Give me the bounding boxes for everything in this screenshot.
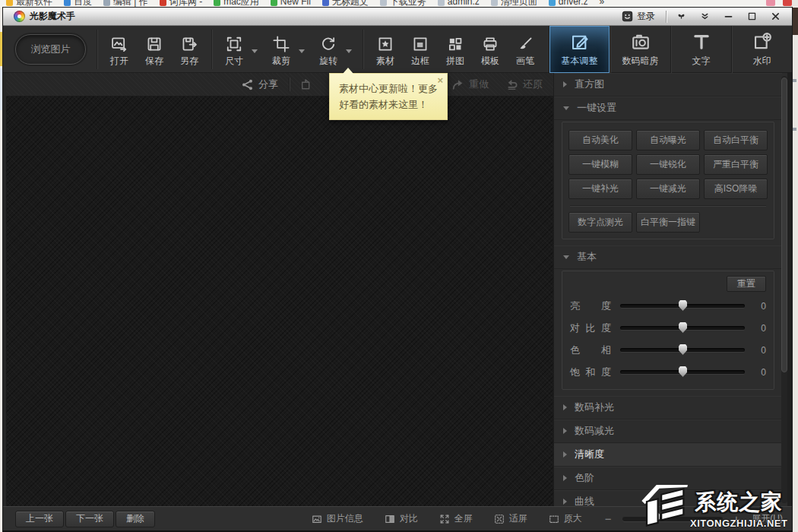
toolbar-button-crop[interactable]: 裁剪 (265, 36, 297, 68)
triangle-right-icon (563, 404, 567, 410)
browser-gift-icon[interactable] (766, 0, 775, 6)
browser-close-icon[interactable] (783, 0, 792, 6)
toolbar-button-brush[interactable]: 画笔 (509, 36, 541, 68)
compare-button[interactable]: 对比 (385, 512, 418, 525)
bookmark-baidu[interactable]: 百度 (64, 0, 92, 8)
section-clarity[interactable]: 清晰度 (554, 443, 782, 467)
toolbar-button-border[interactable]: 边框 (404, 36, 436, 68)
image-canvas[interactable] (6, 97, 553, 506)
mode-tab-strip: 基本调整数码暗房文字水印 (549, 26, 792, 73)
dropdown-arrow-icon[interactable] (252, 49, 258, 53)
tab-watermark[interactable]: 水印 (731, 26, 792, 73)
menu-button[interactable] (693, 8, 717, 25)
tab-digital-darkroom[interactable]: 数码暗房 (610, 26, 670, 73)
one-key-dim-light-button[interactable]: 一键减光 (636, 179, 700, 199)
minimize-button[interactable] (717, 8, 740, 25)
digital-spot-metering-button[interactable]: 数字点测光 (568, 212, 632, 233)
redo-button[interactable]: 重做 (451, 78, 489, 91)
zoom-slider-thumb[interactable] (651, 513, 660, 524)
hue-slider-thumb[interactable] (679, 344, 687, 355)
bookmark-mac-apps[interactable]: mac应用 (214, 0, 259, 8)
auto-enhance-button[interactable]: 自动美化 (568, 130, 632, 150)
previous-image-button[interactable]: 上一张 (15, 511, 64, 527)
restore-button[interactable]: 还原 (505, 78, 543, 91)
brightness-slider[interactable] (620, 304, 745, 308)
maximize-button[interactable] (740, 8, 764, 25)
tab-text[interactable]: 文字 (670, 26, 731, 73)
fullscreen-button[interactable]: 全屏 (439, 512, 473, 525)
bookmark-new-fil[interactable]: New Fil (271, 0, 311, 8)
section-histogram[interactable]: 直方图 (554, 73, 782, 97)
tooltip-close-icon[interactable]: × (437, 75, 443, 85)
section-digital-fill-light[interactable]: 数码补光 (554, 396, 782, 420)
section-title: 一键设置 (577, 101, 616, 115)
one-key-fill-light-button[interactable]: 一键补光 (568, 179, 632, 199)
section-one-key-settings[interactable]: 一键设置 (554, 97, 782, 120)
fit-screen-button[interactable]: 适屏 (494, 512, 527, 525)
basic-body: 重置 亮度0对比度0色相0饱和度0 (562, 271, 774, 390)
one-key-blur-button[interactable]: 一键模糊 (568, 154, 632, 175)
section-curves[interactable]: 曲线 (554, 490, 782, 506)
bookmark-driver-z[interactable]: driver.z (549, 0, 588, 8)
bookmark-cleanup-page[interactable]: 清理页面 (491, 0, 537, 8)
view-button-label: 适屏 (509, 512, 527, 525)
saturation-slider[interactable] (620, 370, 745, 374)
scrollbar-thumb[interactable] (781, 78, 787, 372)
browse-images-button[interactable]: 浏览图片 (15, 34, 86, 65)
bookmark-editor[interactable]: 编辑 | 作 (103, 0, 148, 8)
toolbar-button-save[interactable]: 保存 (138, 36, 170, 68)
bookmark-admin-z[interactable]: admin.z (438, 0, 480, 8)
toolbar-button-template[interactable]: 模板 (474, 36, 506, 68)
delete-image-button[interactable]: 删除 (116, 511, 155, 527)
panel-scrollbar[interactable] (781, 76, 787, 503)
contrast-slider-thumb[interactable] (679, 322, 687, 333)
toolbar-button-material[interactable]: 素材 (369, 36, 401, 68)
dropdown-arrow-icon[interactable] (299, 49, 305, 53)
zoom-in-button[interactable]: + (733, 513, 740, 524)
contrast-slider[interactable] (620, 326, 745, 330)
section-digital-dim-light[interactable]: 数码减光 (554, 420, 782, 443)
skin-button[interactable] (670, 8, 693, 25)
dropdown-arrow-icon[interactable] (346, 49, 352, 53)
bookmark-latest-software[interactable]: 最新软件 (6, 0, 52, 8)
high-iso-denoise-button[interactable]: 高ISO降噪 (704, 179, 768, 199)
next-image-button[interactable]: 下一张 (65, 511, 114, 527)
one-key-sharpen-button[interactable]: 一键锐化 (636, 154, 700, 175)
auto-exposure-button[interactable]: 自动曝光 (636, 130, 700, 150)
bookmark-untitled-doc[interactable]: 无标题文 (322, 0, 369, 8)
image-info-button[interactable]: 图片信息 (312, 512, 363, 525)
section-basic[interactable]: 基本 (554, 245, 782, 269)
toolbar-button-open[interactable]: 打开 (103, 36, 135, 68)
toolbar-button-save-as[interactable]: 另存 (173, 36, 205, 68)
actual-size-button[interactable]: 原大 (549, 512, 582, 525)
reset-button[interactable]: 重置 (727, 276, 766, 292)
resize-icon (226, 36, 242, 52)
toolbar-button-rotate[interactable]: 旋转 (312, 36, 344, 68)
share-button[interactable]: 分享 (241, 78, 278, 91)
expand-button[interactable]: 展开(U) (752, 512, 783, 525)
auto-white-balance-button[interactable]: 自动白平衡 (704, 130, 768, 150)
bookmark-favicon (160, 0, 166, 6)
toolbar-button-collage[interactable]: 拼图 (439, 36, 471, 68)
tooltip-line1: 素材中心更新啦！更多 (339, 81, 439, 97)
hue-slider[interactable] (620, 348, 745, 352)
bookmark-download-biz[interactable]: 下载业务 (380, 0, 426, 8)
bookmark-label: driver.z (559, 0, 588, 8)
login-button[interactable]: 登录 (614, 8, 663, 25)
bookmark-favicon (438, 0, 445, 6)
white-balance-one-key-button[interactable]: 白平衡一指键 (636, 212, 700, 233)
toolbar-button-resize[interactable]: 尺寸 (218, 36, 250, 68)
bottom-bar: 上一张下一张删除 图片信息对比全屏适屏原大 − + 展开(U) (3, 506, 792, 530)
zoom-out-button[interactable]: − (605, 513, 612, 524)
undo-button[interactable] (300, 78, 313, 91)
close-button[interactable] (764, 8, 787, 25)
severe-white-balance-button[interactable]: 严重白平衡 (704, 154, 768, 175)
tab-basic-adjust[interactable]: 基本调整 (549, 26, 610, 73)
brightness-slider-thumb[interactable] (679, 300, 687, 311)
toolbar-button-label: 保存 (145, 55, 163, 68)
saturation-slider-thumb[interactable] (679, 366, 687, 377)
zoom-slider[interactable] (622, 517, 723, 521)
bookmark-overflow[interactable]: » (600, 0, 605, 8)
bookmark-cikuwang[interactable]: 词库网 - (160, 0, 202, 8)
section-levels[interactable]: 色阶 (554, 467, 782, 490)
